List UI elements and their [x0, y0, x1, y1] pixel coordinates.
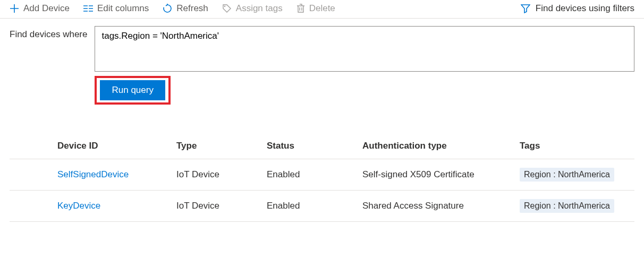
- toolbar-left: Add Device Edit columns Refresh Assign t…: [10, 3, 521, 14]
- refresh-button[interactable]: Refresh: [163, 3, 208, 14]
- table-row[interactable]: KeyDevice IoT Device Enabled Shared Acce…: [10, 191, 634, 222]
- assign-tags-label: Assign tags: [236, 3, 283, 14]
- tag-badge: Region : NorthAmerica: [520, 168, 614, 182]
- edit-columns-label: Edit columns: [97, 3, 149, 14]
- results: Device ID Type Status Authentication typ…: [0, 133, 644, 222]
- tag-badge: Region : NorthAmerica: [520, 199, 614, 213]
- delete-button: Delete: [296, 3, 335, 14]
- add-device-label: Add Device: [23, 3, 70, 14]
- col-device-id[interactable]: Device ID: [57, 133, 176, 159]
- col-status[interactable]: Status: [267, 133, 362, 159]
- delete-label: Delete: [309, 3, 335, 14]
- tag-icon: [222, 4, 232, 13]
- add-device-button[interactable]: Add Device: [10, 3, 70, 14]
- devices-table: Device ID Type Status Authentication typ…: [10, 133, 634, 222]
- assign-tags-button: Assign tags: [222, 3, 283, 14]
- cell-status: Enabled: [267, 191, 362, 222]
- col-type[interactable]: Type: [176, 133, 267, 159]
- trash-icon: [296, 4, 305, 13]
- query-row: Find devices where Run query: [0, 19, 644, 105]
- plus-icon: [10, 4, 19, 13]
- cell-type: IoT Device: [176, 159, 267, 191]
- columns-icon: [83, 5, 93, 12]
- filter-icon: [521, 4, 530, 13]
- col-tags[interactable]: Tags: [520, 133, 634, 159]
- col-auth[interactable]: Authentication type: [362, 133, 520, 159]
- cell-type: IoT Device: [176, 191, 267, 222]
- refresh-label: Refresh: [176, 3, 208, 14]
- edit-columns-button[interactable]: Edit columns: [83, 3, 149, 14]
- cell-auth: Self-signed X509 Certificate: [362, 159, 520, 191]
- query-input[interactable]: [95, 26, 634, 72]
- find-filters-label: Find devices using filters: [536, 3, 634, 14]
- table-header-row: Device ID Type Status Authentication typ…: [10, 133, 634, 159]
- device-link[interactable]: KeyDevice: [57, 201, 100, 211]
- query-label: Find devices where: [10, 26, 87, 105]
- device-link[interactable]: SelfSignedDevice: [57, 169, 129, 179]
- run-query-button[interactable]: Run query: [100, 80, 165, 100]
- cell-auth: Shared Access Signature: [362, 191, 520, 222]
- find-filters-button[interactable]: Find devices using filters: [521, 3, 634, 14]
- refresh-icon: [163, 4, 172, 13]
- cell-status: Enabled: [267, 159, 362, 191]
- run-query-highlight: Run query: [95, 76, 170, 105]
- table-row[interactable]: SelfSignedDevice IoT Device Enabled Self…: [10, 159, 634, 191]
- toolbar: Add Device Edit columns Refresh Assign t…: [0, 0, 644, 19]
